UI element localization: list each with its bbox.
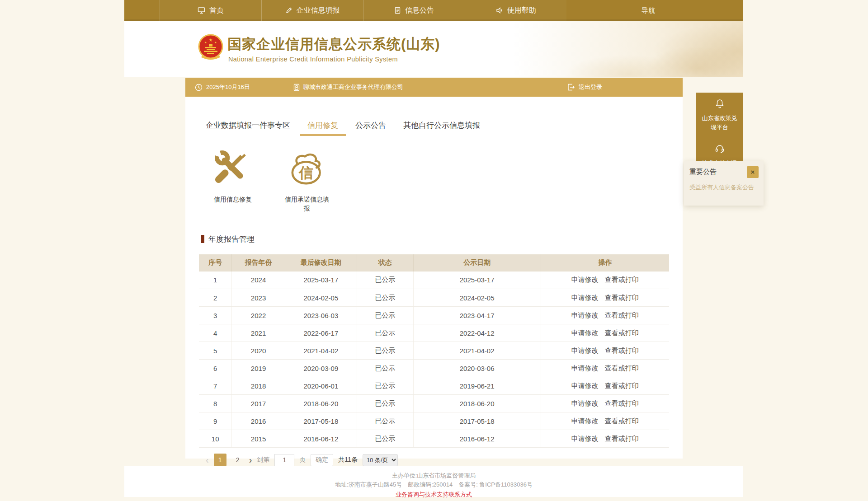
footer-contact-link[interactable]: 业务咨询与技术支持联系方式	[124, 490, 743, 499]
cell-no: 1	[199, 272, 232, 289]
cell-year: 2017	[232, 395, 285, 412]
site-subtitle: National Enterprise Credit Information P…	[228, 56, 398, 63]
site-header: ★ ★ ★ 国家企业信用信息公示系统(山东) National Enterpri…	[124, 21, 743, 77]
close-icon[interactable]: ×	[747, 166, 759, 178]
table-row: 6 2019 2020-03-09 已公示 2020-03-06 申请修改 查看…	[199, 360, 669, 377]
cell-modified-date: 2025-03-17	[285, 272, 357, 289]
apply-modify-link[interactable]: 申请修改	[571, 329, 599, 337]
current-date: 2025年10月16日	[195, 83, 250, 91]
tab-enterprise-data-zone[interactable]: 企业数据填报一件事专区	[206, 120, 290, 136]
cell-modified-date: 2021-04-02	[285, 342, 357, 360]
cell-modified-date: 2022-06-17	[285, 324, 357, 342]
footer-address: 地址:济南市燕子山路45号 邮政编码:250014 备案号: 鲁ICP备1103…	[124, 480, 743, 489]
cell-status: 已公示	[357, 412, 413, 430]
logout-icon	[567, 83, 575, 91]
cell-publish-date: 2017-05-18	[413, 412, 541, 430]
nav-item-announcements[interactable]: 信息公告	[363, 0, 465, 21]
cell-actions: 申请修改 查看或打印	[541, 430, 669, 448]
cell-publish-date: 2024-02-05	[413, 289, 541, 307]
view-or-print-link[interactable]: 查看或打印	[605, 417, 639, 425]
apply-modify-link[interactable]: 申请修改	[571, 399, 599, 407]
cell-status: 已公示	[357, 289, 413, 307]
page-button-1[interactable]: 1	[214, 454, 226, 466]
apply-modify-link[interactable]: 申请修改	[571, 346, 599, 354]
cell-no: 2	[199, 289, 232, 307]
apply-modify-link[interactable]: 申请修改	[571, 382, 599, 389]
tab-public-announcements[interactable]: 公示公告	[355, 120, 386, 136]
apply-modify-link[interactable]: 申请修改	[571, 276, 599, 283]
next-page-button[interactable]: ›	[249, 455, 252, 464]
cell-modified-date: 2020-06-01	[285, 377, 357, 395]
apply-modify-link[interactable]: 申请修改	[571, 294, 599, 301]
credit-commitment-filing-card[interactable]: 信 信用承诺信息填报	[273, 147, 341, 213]
section-title: 年度报告管理	[208, 234, 255, 244]
cell-publish-date: 2025-03-17	[413, 272, 541, 289]
apply-modify-link[interactable]: 申请修改	[571, 435, 599, 442]
cell-actions: 申请修改 查看或打印	[541, 360, 669, 377]
cell-year: 2022	[232, 307, 285, 324]
view-or-print-link[interactable]: 查看或打印	[605, 435, 639, 442]
nav-item-label: 信息公告	[405, 6, 434, 15]
cell-year: 2021	[232, 324, 285, 342]
cell-modified-date: 2016-06-12	[285, 430, 357, 448]
view-or-print-link[interactable]: 查看或打印	[605, 276, 639, 283]
cell-status: 已公示	[357, 430, 413, 448]
confirm-page-button[interactable]: 确定	[311, 454, 333, 466]
table-row: 4 2021 2022-06-17 已公示 2022-04-12 申请修改 查看…	[199, 324, 669, 342]
apply-modify-link[interactable]: 申请修改	[571, 364, 599, 372]
policy-platform-widget[interactable]: 山东省政策兑现平台	[696, 93, 743, 138]
view-or-print-link[interactable]: 查看或打印	[605, 346, 639, 354]
table-row: 10 2015 2016-06-12 已公示 2016-06-12 申请修改 查…	[199, 430, 669, 448]
shortcut-label: 信用承诺信息填报	[282, 195, 332, 213]
id-card-icon	[293, 84, 300, 91]
page-size-select[interactable]: 10 条/页	[363, 454, 398, 466]
view-or-print-link[interactable]: 查看或打印	[605, 399, 639, 407]
table-row: 1 2024 2025-03-17 已公示 2025-03-17 申请修改 查看…	[199, 272, 669, 289]
shortcut-label: 信用信息修复	[208, 195, 258, 204]
credit-info-repair-card[interactable]: 信用信息修复	[199, 147, 267, 213]
cell-year: 2020	[232, 342, 285, 360]
col-header-year: 报告年份	[232, 254, 285, 272]
nav-guide-link[interactable]: 导航	[642, 0, 655, 21]
view-or-print-link[interactable]: 查看或打印	[605, 329, 639, 337]
nav-item-label: 使用帮助	[507, 6, 536, 15]
goto-page-input[interactable]	[274, 454, 294, 466]
site-title: 国家企业信用信息公示系统(山东)	[227, 35, 440, 54]
view-or-print-link[interactable]: 查看或打印	[605, 311, 639, 319]
view-or-print-link[interactable]: 查看或打印	[605, 364, 639, 372]
table-row: 7 2018 2020-06-01 已公示 2019-06-21 申请修改 查看…	[199, 377, 669, 395]
cell-actions: 申请修改 查看或打印	[541, 307, 669, 324]
cell-publish-date: 2016-06-12	[413, 430, 541, 448]
nav-item-home[interactable]: 首页	[160, 0, 261, 21]
tab-credit-repair[interactable]: 信用修复	[307, 120, 338, 136]
page-button-2[interactable]: 2	[231, 454, 244, 466]
logged-in-company: 聊城市政通工商企业事务代理有限公司	[293, 83, 403, 91]
view-or-print-link[interactable]: 查看或打印	[605, 294, 639, 301]
page: 首页 企业信息填报 信息公告 使用帮助 导航	[0, 0, 868, 501]
apply-modify-link[interactable]: 申请修改	[571, 417, 599, 425]
beneficial-owner-notice-link[interactable]: 受益所有人信息备案公告	[689, 183, 758, 192]
prev-page-button[interactable]: ‹	[206, 455, 209, 464]
annual-report-table-body: 1 2024 2025-03-17 已公示 2025-03-17 申请修改 查看…	[199, 272, 669, 448]
nav-item-label: 首页	[209, 6, 224, 15]
nav-item-label: 企业信息填报	[297, 6, 340, 15]
side-widget-label: 山东省政策兑现平台	[700, 114, 739, 131]
table-row: 2 2023 2024-02-05 已公示 2024-02-05 申请修改 查看…	[199, 289, 669, 307]
table-row: 8 2017 2018-06-20 已公示 2018-06-20 申请修改 查看…	[199, 395, 669, 412]
speaker-icon	[496, 7, 503, 14]
tab-other-self-publicity[interactable]: 其他自行公示信息填报	[403, 120, 480, 136]
nav-item-enterprise-filing[interactable]: 企业信息填报	[261, 0, 363, 21]
clock-icon	[195, 84, 203, 91]
tools-icon	[212, 147, 253, 190]
cell-year: 2018	[232, 377, 285, 395]
important-notice-popup: 重要公告 × 受益所有人信息备案公告	[684, 161, 764, 206]
col-header-actions: 操作	[541, 254, 669, 272]
nav-spacer	[124, 0, 160, 21]
view-or-print-link[interactable]: 查看或打印	[605, 382, 639, 389]
logout-button[interactable]: 退出登录	[567, 83, 602, 91]
apply-modify-link[interactable]: 申请修改	[571, 311, 599, 319]
table-row: 5 2020 2021-04-02 已公示 2021-04-02 申请修改 查看…	[199, 342, 669, 360]
svg-text:信: 信	[298, 165, 313, 181]
nav-item-help[interactable]: 使用帮助	[465, 0, 566, 21]
page-footer: 主办单位:山东省市场监督管理局 地址:济南市燕子山路45号 邮政编码:25001…	[124, 466, 743, 497]
